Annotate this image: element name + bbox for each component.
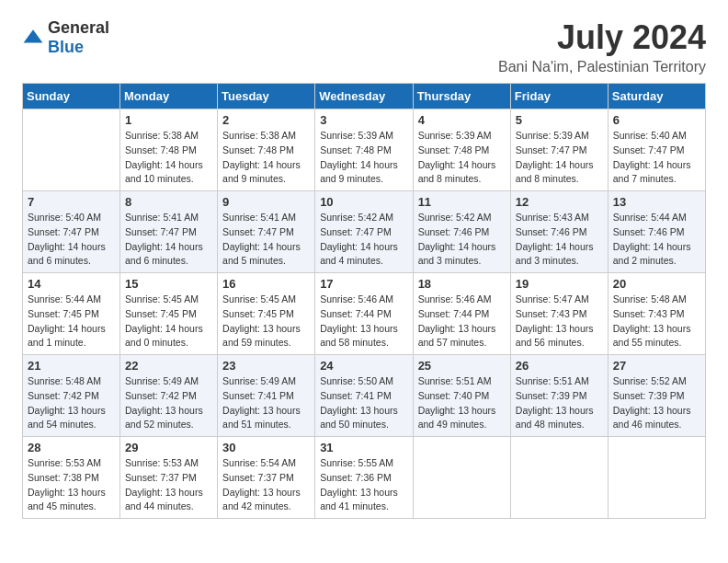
svg-marker-0 xyxy=(24,29,43,42)
day-number: 13 xyxy=(613,195,700,209)
day-number: 14 xyxy=(28,277,115,291)
day-number: 30 xyxy=(222,441,310,454)
day-number: 16 xyxy=(222,277,310,291)
day-number: 19 xyxy=(516,277,603,291)
calendar-cell: 21Sunrise: 5:48 AM Sunset: 7:42 PM Dayli… xyxy=(23,355,120,437)
day-number: 25 xyxy=(418,359,506,373)
day-number: 4 xyxy=(418,113,506,127)
calendar-cell: 1Sunrise: 5:38 AM Sunset: 7:48 PM Daylig… xyxy=(120,109,218,191)
day-number: 29 xyxy=(125,441,212,454)
day-number: 10 xyxy=(320,195,407,209)
day-info: Sunrise: 5:43 AM Sunset: 7:46 PM Dayligh… xyxy=(516,211,603,269)
calendar-cell: 10Sunrise: 5:42 AM Sunset: 7:47 PM Dayli… xyxy=(315,191,413,273)
calendar-subtitle: Bani Na'im, Palestinian Territory xyxy=(498,59,706,75)
day-info: Sunrise: 5:40 AM Sunset: 7:47 PM Dayligh… xyxy=(28,211,115,269)
header-monday: Monday xyxy=(120,84,218,109)
header-sunday: Sunday xyxy=(23,84,120,109)
calendar-cell: 22Sunrise: 5:49 AM Sunset: 7:42 PM Dayli… xyxy=(120,355,218,437)
calendar-cell: 9Sunrise: 5:41 AM Sunset: 7:47 PM Daylig… xyxy=(218,191,315,273)
day-number: 28 xyxy=(28,441,115,454)
calendar-cell: 12Sunrise: 5:43 AM Sunset: 7:46 PM Dayli… xyxy=(510,191,608,273)
day-info: Sunrise: 5:53 AM Sunset: 7:38 PM Dayligh… xyxy=(28,456,115,514)
day-info: Sunrise: 5:49 AM Sunset: 7:41 PM Dayligh… xyxy=(222,374,310,432)
logo-text: General Blue xyxy=(48,18,109,57)
day-number: 5 xyxy=(516,113,603,127)
calendar-cell: 7Sunrise: 5:40 AM Sunset: 7:47 PM Daylig… xyxy=(23,191,120,273)
calendar-cell: 4Sunrise: 5:39 AM Sunset: 7:48 PM Daylig… xyxy=(413,109,510,191)
day-number: 21 xyxy=(28,359,115,373)
day-number: 7 xyxy=(28,195,115,209)
calendar-cell: 24Sunrise: 5:50 AM Sunset: 7:41 PM Dayli… xyxy=(315,355,413,437)
calendar-cell: 3Sunrise: 5:39 AM Sunset: 7:48 PM Daylig… xyxy=(315,109,413,191)
day-info: Sunrise: 5:54 AM Sunset: 7:37 PM Dayligh… xyxy=(222,456,310,514)
calendar-cell: 16Sunrise: 5:45 AM Sunset: 7:45 PM Dayli… xyxy=(218,273,315,355)
calendar-cell: 13Sunrise: 5:44 AM Sunset: 7:46 PM Dayli… xyxy=(608,191,705,273)
calendar-cell xyxy=(510,437,608,519)
day-info: Sunrise: 5:45 AM Sunset: 7:45 PM Dayligh… xyxy=(125,293,212,350)
day-info: Sunrise: 5:39 AM Sunset: 7:48 PM Dayligh… xyxy=(418,129,506,187)
calendar-title: July 2024 xyxy=(498,18,706,57)
calendar-week-row: 21Sunrise: 5:48 AM Sunset: 7:42 PM Dayli… xyxy=(23,355,706,437)
calendar-cell: 5Sunrise: 5:39 AM Sunset: 7:47 PM Daylig… xyxy=(510,109,608,191)
calendar-week-row: 14Sunrise: 5:44 AM Sunset: 7:45 PM Dayli… xyxy=(23,273,706,355)
day-info: Sunrise: 5:44 AM Sunset: 7:45 PM Dayligh… xyxy=(28,293,115,350)
header-tuesday: Tuesday xyxy=(218,84,315,109)
calendar-cell: 2Sunrise: 5:38 AM Sunset: 7:48 PM Daylig… xyxy=(218,109,315,191)
day-info: Sunrise: 5:44 AM Sunset: 7:46 PM Dayligh… xyxy=(613,211,700,269)
day-info: Sunrise: 5:41 AM Sunset: 7:47 PM Dayligh… xyxy=(222,211,310,269)
day-number: 26 xyxy=(516,359,603,373)
day-number: 17 xyxy=(320,277,407,291)
day-number: 23 xyxy=(222,359,310,373)
day-number: 9 xyxy=(222,195,310,209)
day-number: 1 xyxy=(125,113,212,127)
day-number: 24 xyxy=(320,359,407,373)
calendar-table: SundayMondayTuesdayWednesdayThursdayFrid… xyxy=(22,83,706,519)
calendar-cell: 15Sunrise: 5:45 AM Sunset: 7:45 PM Dayli… xyxy=(120,273,218,355)
day-number: 2 xyxy=(222,113,310,127)
calendar-cell: 31Sunrise: 5:55 AM Sunset: 7:36 PM Dayli… xyxy=(315,437,413,519)
day-info: Sunrise: 5:39 AM Sunset: 7:47 PM Dayligh… xyxy=(516,129,603,187)
day-number: 8 xyxy=(125,195,212,209)
day-number: 20 xyxy=(613,277,700,291)
calendar-cell: 29Sunrise: 5:53 AM Sunset: 7:37 PM Dayli… xyxy=(120,437,218,519)
calendar-cell xyxy=(608,437,705,519)
calendar-cell: 14Sunrise: 5:44 AM Sunset: 7:45 PM Dayli… xyxy=(23,273,120,355)
calendar-cell: 19Sunrise: 5:47 AM Sunset: 7:43 PM Dayli… xyxy=(510,273,608,355)
day-info: Sunrise: 5:53 AM Sunset: 7:37 PM Dayligh… xyxy=(125,456,212,514)
header-friday: Friday xyxy=(510,84,608,109)
day-number: 6 xyxy=(613,113,700,127)
day-number: 3 xyxy=(320,113,407,127)
day-info: Sunrise: 5:47 AM Sunset: 7:43 PM Dayligh… xyxy=(516,293,603,350)
day-info: Sunrise: 5:39 AM Sunset: 7:48 PM Dayligh… xyxy=(320,129,407,187)
logo-general: General xyxy=(48,18,109,37)
calendar-week-row: 7Sunrise: 5:40 AM Sunset: 7:47 PM Daylig… xyxy=(23,191,706,273)
logo-blue: Blue xyxy=(48,38,84,56)
day-number: 22 xyxy=(125,359,212,373)
logo: General Blue xyxy=(22,18,109,57)
day-info: Sunrise: 5:48 AM Sunset: 7:42 PM Dayligh… xyxy=(28,374,115,432)
day-info: Sunrise: 5:40 AM Sunset: 7:47 PM Dayligh… xyxy=(613,129,700,187)
day-info: Sunrise: 5:42 AM Sunset: 7:47 PM Dayligh… xyxy=(320,211,407,269)
calendar-header-row: SundayMondayTuesdayWednesdayThursdayFrid… xyxy=(23,84,706,109)
header-thursday: Thursday xyxy=(413,84,510,109)
day-number: 31 xyxy=(320,441,407,454)
day-number: 11 xyxy=(418,195,506,209)
day-info: Sunrise: 5:42 AM Sunset: 7:46 PM Dayligh… xyxy=(418,211,506,269)
calendar-cell: 25Sunrise: 5:51 AM Sunset: 7:40 PM Dayli… xyxy=(413,355,510,437)
calendar-cell: 26Sunrise: 5:51 AM Sunset: 7:39 PM Dayli… xyxy=(510,355,608,437)
title-block: July 2024 Bani Na'im, Palestinian Territ… xyxy=(498,18,706,75)
calendar-cell: 8Sunrise: 5:41 AM Sunset: 7:47 PM Daylig… xyxy=(120,191,218,273)
day-info: Sunrise: 5:38 AM Sunset: 7:48 PM Dayligh… xyxy=(222,129,310,187)
day-info: Sunrise: 5:41 AM Sunset: 7:47 PM Dayligh… xyxy=(125,211,212,269)
calendar-week-row: 28Sunrise: 5:53 AM Sunset: 7:38 PM Dayli… xyxy=(23,437,706,519)
day-info: Sunrise: 5:49 AM Sunset: 7:42 PM Dayligh… xyxy=(125,374,212,432)
calendar-cell: 6Sunrise: 5:40 AM Sunset: 7:47 PM Daylig… xyxy=(608,109,705,191)
day-number: 15 xyxy=(125,277,212,291)
calendar-cell xyxy=(413,437,510,519)
calendar-week-row: 1Sunrise: 5:38 AM Sunset: 7:48 PM Daylig… xyxy=(23,109,706,191)
day-number: 18 xyxy=(418,277,506,291)
calendar-cell: 11Sunrise: 5:42 AM Sunset: 7:46 PM Dayli… xyxy=(413,191,510,273)
page-header: General Blue July 2024 Bani Na'im, Pales… xyxy=(22,18,706,75)
calendar-cell: 30Sunrise: 5:54 AM Sunset: 7:37 PM Dayli… xyxy=(218,437,315,519)
day-info: Sunrise: 5:51 AM Sunset: 7:40 PM Dayligh… xyxy=(418,374,506,432)
